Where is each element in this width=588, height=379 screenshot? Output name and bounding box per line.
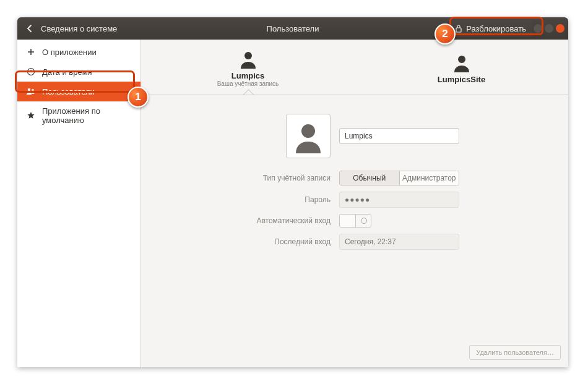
svg-point-4 xyxy=(244,52,252,59)
close-button[interactable] xyxy=(556,24,564,33)
autologin-switch[interactable] xyxy=(339,214,371,228)
user-tab[interactable]: LumpicsSite xyxy=(355,40,568,95)
lastlogin-value: Сегодня, 22:37 xyxy=(339,234,459,250)
sidebar-item-label: О приложении xyxy=(42,48,97,57)
sidebar-item-label: Приложения по умолчанию xyxy=(42,106,132,125)
titlebar: Сведения о системе Пользователи Разблоки… xyxy=(17,17,568,40)
avatar-picker[interactable] xyxy=(286,114,331,158)
minimize-button[interactable] xyxy=(534,24,542,33)
back-button[interactable] xyxy=(21,20,38,37)
user-tabs: Lumpics Ваша учётная запись LumpicsSite xyxy=(141,40,568,95)
unlock-button[interactable]: Разблокировать xyxy=(449,20,532,37)
avatar-icon xyxy=(237,48,259,70)
sidebar-item-label: Дата и время xyxy=(42,67,92,77)
password-field[interactable]: ●●●●● xyxy=(339,192,459,208)
svg-point-3 xyxy=(32,89,34,92)
sidebar-item-about[interactable]: О приложении xyxy=(17,42,141,62)
maximize-button[interactable] xyxy=(545,24,553,33)
svg-rect-0 xyxy=(456,28,461,32)
account-type-standard[interactable]: Обычный xyxy=(340,171,400,185)
avatar-icon xyxy=(290,117,327,155)
svg-point-5 xyxy=(458,56,465,63)
avatar-icon xyxy=(451,51,473,74)
svg-point-2 xyxy=(28,88,30,91)
autologin-label: Автоматический вход xyxy=(166,216,339,225)
user-tab[interactable]: Lumpics Ваша учётная запись xyxy=(141,40,355,95)
user-name: LumpicsSite xyxy=(438,75,485,84)
chevron-left-icon xyxy=(27,24,33,33)
plus-icon xyxy=(26,47,36,57)
sidebar-item-users[interactable]: Пользователи xyxy=(17,82,141,101)
sidebar-item-datetime[interactable]: Дата и время xyxy=(17,62,141,82)
main-panel: Lumpics Ваша учётная запись LumpicsSite xyxy=(141,40,568,367)
account-type-admin[interactable]: Администратор xyxy=(400,171,459,185)
user-subtitle: Ваша учётная запись xyxy=(217,80,279,87)
sidebar-item-label: Пользователи xyxy=(42,87,95,96)
account-type-toggle[interactable]: Обычный Администратор xyxy=(339,171,459,185)
account-type-label: Тип учётной записи xyxy=(166,174,339,182)
lock-icon xyxy=(455,24,462,33)
svg-point-6 xyxy=(301,124,315,138)
unlock-label: Разблокировать xyxy=(466,24,526,33)
password-label: Пароль xyxy=(166,195,339,204)
page-title: Пользователи xyxy=(267,24,319,33)
users-icon xyxy=(26,87,36,96)
clock-icon xyxy=(26,67,36,77)
delete-user-button[interactable]: Удалить пользователя… xyxy=(469,345,561,360)
user-name: Lumpics xyxy=(231,71,264,80)
window-controls xyxy=(534,24,564,33)
star-icon xyxy=(26,111,36,121)
sidebar: О приложении Дата и время Пользователи П… xyxy=(17,40,141,367)
switch-off-indicator xyxy=(361,218,367,224)
header-section-title: Сведения о системе xyxy=(41,24,117,33)
lastlogin-label: Последний вход xyxy=(166,237,339,246)
sidebar-item-default-apps[interactable]: Приложения по умолчанию xyxy=(17,101,141,130)
user-details: Тип учётной записи Обычный Администратор… xyxy=(141,95,568,367)
switch-handle xyxy=(340,215,356,227)
username-input[interactable] xyxy=(339,128,459,144)
